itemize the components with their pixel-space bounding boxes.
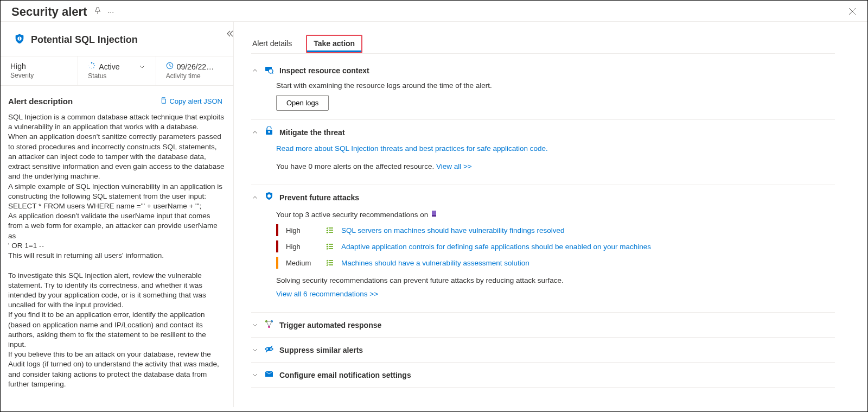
section-inspect-head[interactable]: Inspect resource context <box>251 65 835 76</box>
prevent-intro: Your top 3 active security recommendatio… <box>276 211 430 219</box>
severity-label: Severity <box>10 72 68 79</box>
time-value: 09/26/22… <box>166 62 224 71</box>
svg-rect-1 <box>19 37 20 39</box>
severity-cell: High Severity <box>1 56 78 85</box>
description-body: SQL Injection is a common database attac… <box>1 110 233 399</box>
section-mitigate-head[interactable]: Mitigate the threat <box>251 126 835 138</box>
section-inspect: Inspect resource context Start with exam… <box>251 58 835 120</box>
severity-value: High <box>10 62 68 71</box>
tab-alert-details[interactable]: Alert details <box>251 35 293 53</box>
list-icon <box>326 259 334 267</box>
recommendation-row[interactable]: HighAdaptive application controls for de… <box>276 240 835 252</box>
email-icon <box>264 369 274 381</box>
prevent-shield-icon <box>264 192 274 203</box>
chevron-down-icon[interactable] <box>138 64 146 70</box>
svg-point-4 <box>93 63 94 64</box>
shield-icon <box>14 33 25 47</box>
mitigate-more-text: You have 0 more alerts on the affected r… <box>276 162 436 170</box>
trigger-icon <box>264 319 274 331</box>
mitigate-link[interactable]: Read more about SQL Injection threats an… <box>276 144 548 153</box>
section-inspect-title: Inspect resource context <box>279 66 369 75</box>
section-email-head[interactable]: Configure email notification settings <box>251 369 835 381</box>
severity-bar <box>276 240 278 252</box>
list-icon <box>326 243 334 250</box>
chevron-down-icon <box>251 347 259 353</box>
description-header: Alert description Copy alert JSON <box>1 86 233 110</box>
chevron-up-icon <box>251 129 259 136</box>
severity-text: Medium <box>286 259 318 267</box>
copy-icon <box>159 97 167 106</box>
svg-point-15 <box>267 194 271 198</box>
svg-rect-11 <box>162 99 166 103</box>
section-suppress-head[interactable]: Suppress similar alerts <box>251 344 835 356</box>
time-cell: 09/26/22… Activity time <box>156 56 233 85</box>
recommendation-link[interactable]: SQL servers on machines should have vuln… <box>341 226 564 234</box>
recommendations-list: HighSQL servers on machines should have … <box>276 224 835 269</box>
description-title: Alert description <box>8 97 73 106</box>
svg-point-3 <box>91 62 93 64</box>
action-pane: Alert details Take action Inspect resour… <box>234 22 867 407</box>
inspect-icon <box>264 65 274 76</box>
recommendation-row[interactable]: HighSQL servers on machines should have … <box>276 224 835 236</box>
inspect-text: Start with examining the resource logs a… <box>276 81 835 90</box>
more-actions-icon[interactable]: ··· <box>107 8 114 16</box>
recommendation-link[interactable]: Adaptive application controls for defini… <box>341 243 651 251</box>
svg-point-7 <box>92 68 93 69</box>
severity-bar <box>276 257 278 269</box>
collapse-pane-icon[interactable] <box>225 29 234 40</box>
recommendation-row[interactable]: MediumMachines should have a vulnerabili… <box>276 257 835 269</box>
svg-point-9 <box>88 65 89 66</box>
copy-alert-json-button[interactable]: Copy alert JSON <box>159 97 222 106</box>
affected-resource-title: Affected resource <box>1 399 233 407</box>
recommendation-link[interactable]: Machines should have a vulnerability ass… <box>341 259 529 267</box>
section-mitigate: Mitigate the threat Read more about SQL … <box>251 120 835 185</box>
time-label: Activity time <box>166 72 224 80</box>
pin-icon[interactable] <box>93 7 102 17</box>
chevron-up-icon <box>251 194 259 201</box>
prevent-view-all[interactable]: View all 6 recommendations >> <box>276 290 378 298</box>
svg-rect-2 <box>19 39 20 40</box>
clock-icon <box>166 62 174 71</box>
section-trigger-head[interactable]: Trigger automated response <box>251 319 835 331</box>
mitigate-view-all[interactable]: View all >> <box>436 162 472 170</box>
section-mitigate-body: Read more about SQL Injection threats an… <box>251 138 835 178</box>
section-suppress: Suppress similar alerts <box>251 338 835 363</box>
section-prevent-head[interactable]: Prevent future attacks <box>251 192 835 203</box>
page-header: Security alert ··· <box>1 1 867 21</box>
section-suppress-title: Suppress similar alerts <box>279 346 363 354</box>
section-mitigate-title: Mitigate the threat <box>279 128 345 137</box>
chevron-up-icon <box>251 67 259 74</box>
section-trigger: Trigger automated response <box>251 313 835 338</box>
section-trigger-title: Trigger automated response <box>279 321 381 329</box>
prevent-outro: Solving security recommendations can pre… <box>276 276 835 284</box>
close-icon[interactable] <box>848 7 857 17</box>
status-spinner-icon <box>88 62 95 71</box>
tabs: Alert details Take action <box>251 35 835 54</box>
alert-name: Potential SQL Injection <box>31 34 138 46</box>
alert-title-row: Potential SQL Injection <box>1 22 233 56</box>
alert-meta-row: High Severity Active Status <box>1 56 233 86</box>
resource-icon <box>430 211 438 219</box>
svg-point-8 <box>90 67 90 68</box>
details-pane: Potential SQL Injection High Severity Ac… <box>1 22 234 407</box>
severity-text: High <box>286 226 318 234</box>
section-email-title: Configure email notification settings <box>279 371 411 379</box>
status-value: Active <box>88 62 145 71</box>
chevron-down-icon <box>251 372 259 378</box>
open-logs-button[interactable]: Open logs <box>276 95 329 111</box>
suppress-icon <box>264 344 274 356</box>
chevron-down-icon <box>251 322 259 328</box>
status-cell[interactable]: Active Status <box>78 56 156 85</box>
content-area: Potential SQL Injection High Severity Ac… <box>1 21 867 407</box>
page-title: Security alert <box>11 5 87 19</box>
section-email: Configure email notification settings <box>251 363 835 388</box>
severity-text: High <box>286 243 318 251</box>
tab-take-action[interactable]: Take action <box>306 35 362 53</box>
section-prevent-title: Prevent future attacks <box>279 193 359 202</box>
section-inspect-body: Start with examining the resource logs a… <box>251 76 835 113</box>
status-label: Status <box>88 72 145 80</box>
svg-point-6 <box>93 67 94 68</box>
list-icon <box>326 226 334 234</box>
mitigate-icon <box>264 126 274 138</box>
section-prevent-body: Your top 3 active security recommendatio… <box>251 203 835 306</box>
